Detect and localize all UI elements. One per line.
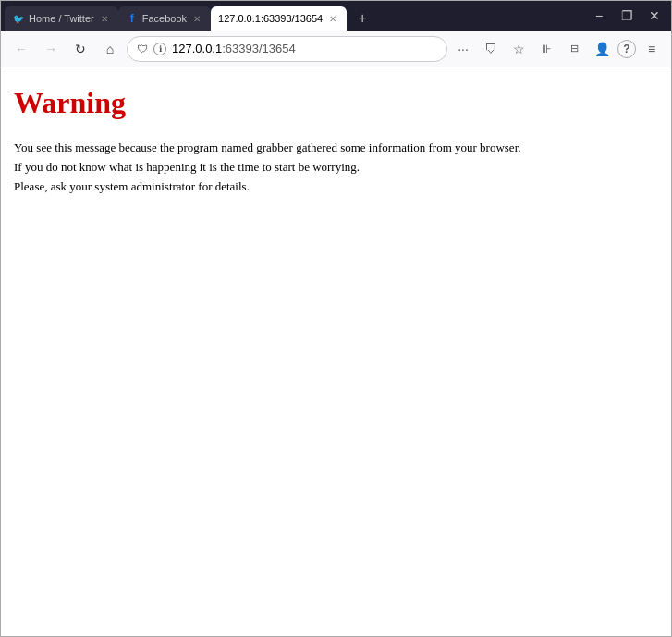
bookmarks-sidebar-button[interactable]: ⊪ [534, 37, 558, 61]
forward-button[interactable]: → [38, 36, 64, 62]
warning-line-1: You see this message because the program… [14, 139, 658, 158]
tab-facebook[interactable]: f Facebook ✕ [118, 6, 211, 31]
address-bar[interactable]: 🛡 ℹ 127.0.0.1:63393/13654 [127, 36, 447, 62]
page-content: Warning You see this message because the… [1, 67, 671, 636]
tab-strip: 🐦 Home / Twitter ✕ f Facebook ✕ 127.0.0.… [5, 1, 579, 31]
close-button[interactable]: ✕ [641, 3, 667, 29]
tab-facebook-label: Facebook [142, 13, 187, 24]
tab-local[interactable]: 127.0.0.1:63393/13654 ✕ [211, 6, 347, 31]
minimize-button[interactable]: − [586, 3, 612, 29]
twitter-icon: 🐦 [12, 12, 25, 25]
tab-local-label: 127.0.0.1:63393/13654 [218, 13, 323, 24]
info-icon: ℹ [153, 43, 166, 55]
warning-text: You see this message because the program… [14, 139, 658, 196]
restore-button[interactable]: ❐ [614, 3, 640, 29]
bookmark-button[interactable]: ☆ [507, 37, 531, 61]
tab-facebook-close[interactable]: ✕ [190, 12, 203, 25]
tab-twitter-close[interactable]: ✕ [98, 12, 111, 25]
more-button[interactable]: ··· [451, 37, 475, 61]
window-controls: − ❐ ✕ [586, 3, 667, 29]
reader-view-button[interactable]: ⊟ [562, 37, 586, 61]
refresh-button[interactable]: ↻ [67, 36, 93, 62]
help-button[interactable]: ? [617, 40, 636, 58]
warning-line-2: If you do not know what is happening it … [14, 158, 658, 178]
url-path: :63393/13654 [222, 42, 296, 55]
nav-bar: ← → ↻ ⌂ 🛡 ℹ 127.0.0.1:63393/13654 ··· ⛉ … [1, 31, 671, 67]
account-button[interactable]: 👤 [590, 37, 614, 61]
url-host: 127.0.0.1 [172, 42, 222, 55]
url-text: 127.0.0.1:63393/13654 [172, 42, 437, 55]
title-bar: 🐦 Home / Twitter ✕ f Facebook ✕ 127.0.0.… [1, 1, 671, 31]
facebook-icon: f [126, 12, 139, 25]
tab-local-close[interactable]: ✕ [326, 12, 339, 25]
pocket-button[interactable]: ⛉ [479, 37, 503, 61]
back-button[interactable]: ← [8, 36, 34, 62]
home-button[interactable]: ⌂ [97, 36, 123, 62]
warning-heading: Warning [14, 86, 658, 120]
tab-twitter[interactable]: 🐦 Home / Twitter ✕ [5, 6, 118, 31]
shield-icon: 🛡 [137, 43, 148, 55]
new-tab-button[interactable]: + [350, 6, 374, 31]
nav-icons: ··· ⛉ ☆ ⊪ ⊟ 👤 ? ≡ [451, 37, 664, 61]
menu-button[interactable]: ≡ [640, 37, 664, 61]
browser-window: 🐦 Home / Twitter ✕ f Facebook ✕ 127.0.0.… [0, 0, 672, 637]
tab-twitter-label: Home / Twitter [29, 13, 94, 24]
warning-line-3: Please, ask your system administrator fo… [14, 178, 658, 197]
